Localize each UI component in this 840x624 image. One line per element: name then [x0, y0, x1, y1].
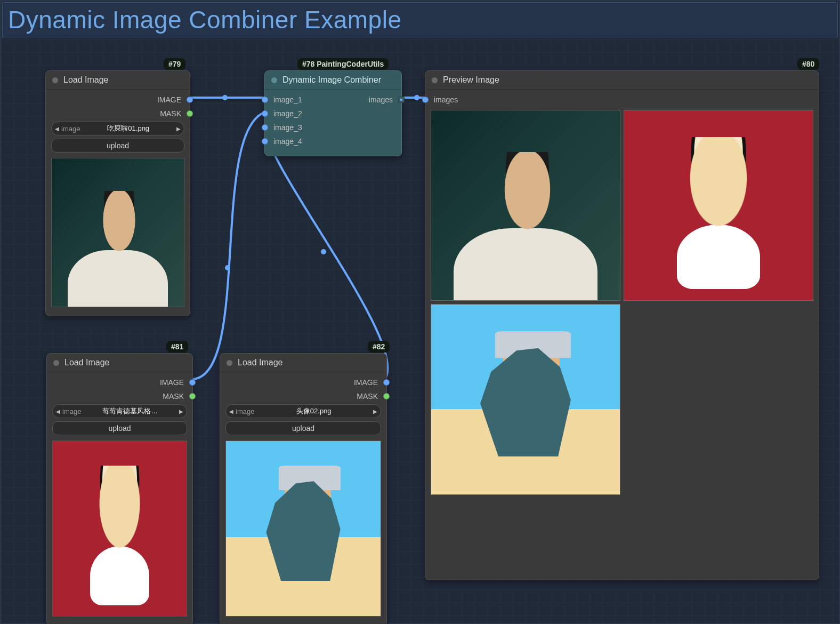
preview-empty-slot [624, 304, 813, 495]
upload-button[interactable]: upload [225, 421, 381, 435]
port-icon[interactable] [262, 124, 268, 131]
node-load-image-1[interactable]: Load Image IMAGE MASK ◀ image 吃屎啦01.png … [45, 70, 190, 316]
prev-arrow-icon[interactable]: ◀ [229, 409, 233, 414]
node-header[interactable]: Load Image [220, 354, 386, 372]
port-icon[interactable] [189, 379, 196, 386]
output-slot-image[interactable]: IMAGE [47, 375, 192, 389]
collapse-dot-icon[interactable] [227, 360, 232, 366]
workflow-title: Dynamic Image Combiner Example [8, 5, 402, 34]
node-graph-canvas[interactable]: Dynamic Image Combiner Example #79 #78 P… [0, 0, 840, 624]
image-preview[interactable] [51, 158, 184, 307]
node-header[interactable]: Load Image [46, 71, 190, 90]
node-title: Load Image [238, 358, 283, 367]
output-slot-image[interactable]: IMAGE [46, 93, 190, 107]
node-id-badge-78: #78 PaintingCoderUtils [297, 58, 389, 70]
port-icon[interactable] [383, 379, 390, 386]
node-id-badge-82: #82 [368, 341, 390, 353]
node-preview-image[interactable]: Preview Image images [425, 70, 819, 580]
output-slot-mask[interactable]: MASK [46, 107, 190, 121]
output-slot-image[interactable]: IMAGE [220, 375, 386, 389]
svg-point-1 [225, 265, 230, 270]
input-slot-image-1[interactable]: image_1 images [265, 93, 401, 107]
node-load-image-2[interactable]: Load Image IMAGE MASK ◀ image 莓莓肯德基风格… ▶… [46, 353, 193, 624]
collapse-dot-icon[interactable] [271, 77, 277, 83]
node-id-badge-81: #81 [166, 341, 188, 353]
output-slot-images-label: images [369, 95, 393, 104]
collapse-dot-icon[interactable] [52, 77, 58, 83]
input-slot-image-3[interactable]: image_3 [265, 121, 401, 134]
image-file-selector[interactable]: ◀ image 吃屎啦01.png ▶ [51, 122, 184, 135]
next-arrow-icon[interactable]: ▶ [179, 409, 183, 414]
output-slot-mask[interactable]: MASK [220, 389, 386, 403]
port-icon[interactable] [187, 97, 193, 103]
node-dynamic-image-combiner[interactable]: Dynamic Image Combiner image_1 images im… [264, 70, 402, 156]
prev-arrow-icon[interactable]: ◀ [56, 409, 60, 414]
upload-button[interactable]: upload [52, 421, 187, 435]
node-title: Load Image [63, 75, 109, 85]
port-icon[interactable] [383, 393, 390, 399]
node-header[interactable]: Load Image [47, 354, 192, 372]
svg-point-0 [222, 95, 228, 100]
preview-image-1[interactable] [431, 110, 620, 301]
port-icon[interactable] [189, 393, 196, 399]
svg-point-3 [414, 95, 419, 100]
next-arrow-icon[interactable]: ▶ [176, 126, 181, 132]
node-load-image-3[interactable]: Load Image IMAGE MASK ◀ image 头像02.png ▶… [220, 353, 387, 624]
node-id-badge-80: #80 [797, 58, 819, 70]
workflow-title-banner: Dynamic Image Combiner Example [2, 2, 838, 37]
node-header[interactable]: Dynamic Image Combiner [265, 71, 401, 90]
image-preview[interactable] [225, 441, 381, 617]
collapse-dot-icon[interactable] [53, 360, 59, 366]
port-icon[interactable] [262, 138, 268, 145]
port-grid-icon[interactable] [398, 97, 405, 103]
svg-point-2 [321, 249, 326, 254]
collapse-dot-icon[interactable] [432, 77, 438, 83]
node-header[interactable]: Preview Image [425, 71, 819, 90]
input-slot-image-2[interactable]: image_2 [265, 107, 401, 121]
port-icon[interactable] [187, 110, 193, 117]
port-icon[interactable] [422, 97, 429, 103]
port-icon[interactable] [262, 97, 268, 103]
input-slot-images[interactable]: images [425, 93, 819, 107]
port-icon[interactable] [262, 110, 268, 117]
preview-image-3[interactable] [431, 304, 620, 495]
upload-button[interactable]: upload [51, 139, 184, 153]
output-slot-mask[interactable]: MASK [47, 389, 192, 403]
prev-arrow-icon[interactable]: ◀ [55, 126, 59, 132]
image-file-selector[interactable]: ◀ image 莓莓肯德基风格… ▶ [52, 404, 187, 418]
input-slot-image-4[interactable]: image_4 [265, 134, 401, 148]
next-arrow-icon[interactable]: ▶ [373, 409, 377, 414]
node-id-badge-79: #79 [164, 58, 185, 70]
preview-image-2[interactable] [624, 110, 813, 301]
node-title: Preview Image [443, 75, 499, 85]
image-preview[interactable] [52, 441, 187, 617]
node-title: Load Image [64, 358, 110, 367]
image-file-selector[interactable]: ◀ image 头像02.png ▶ [225, 404, 381, 418]
node-title: Dynamic Image Combiner [282, 75, 381, 85]
